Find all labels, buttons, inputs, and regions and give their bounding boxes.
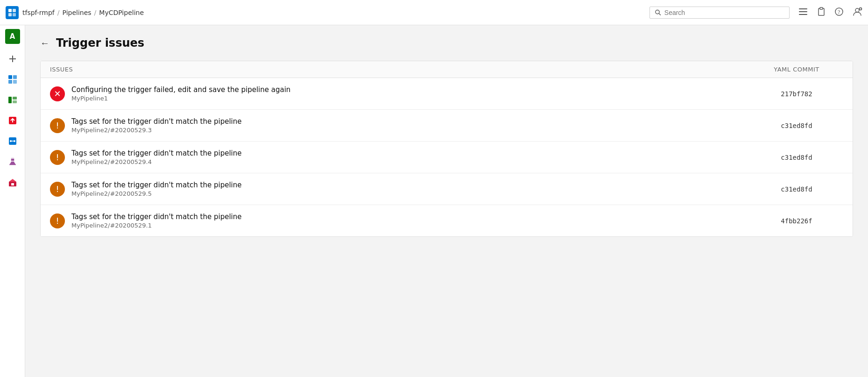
row-title: Tags set for the trigger didn't match th… <box>71 117 750 126</box>
row-commit: c31ed8fd <box>750 122 843 129</box>
table-row[interactable]: ! Tags set for the trigger didn't match … <box>41 205 853 236</box>
issues-table: Issues YAML Commit ✕ Configuring the tri… <box>40 61 853 237</box>
breadcrumb-sep2: / <box>94 9 97 16</box>
breadcrumb-pipeline[interactable]: MyCDPipeline <box>99 9 144 16</box>
breadcrumb-org[interactable]: tfspf-rmpf <box>22 9 55 16</box>
col-issues-label: Issues <box>50 66 750 73</box>
app-logo[interactable] <box>6 6 19 19</box>
row-title: Configuring the trigger failed, edit and… <box>71 85 750 94</box>
row-subtitle: MyPipeline1 <box>71 95 750 102</box>
svg-point-4 <box>656 10 659 14</box>
table-row[interactable]: ! Tags set for the trigger didn't match … <box>41 142 853 173</box>
row-subtitle: MyPipeline2/#20200529.4 <box>71 158 750 165</box>
back-button[interactable]: ← <box>40 38 49 49</box>
help-icon[interactable]: ? <box>834 7 844 18</box>
table-row[interactable]: ! Tags set for the trigger didn't match … <box>41 110 853 142</box>
row-commit: 217bf782 <box>750 90 843 98</box>
page-title: Trigger issues <box>56 36 144 50</box>
topbar-icons: ? <box>799 7 862 19</box>
svg-line-5 <box>659 13 661 15</box>
table-row[interactable]: ✕ Configuring the trigger failed, edit a… <box>41 78 853 110</box>
svg-rect-10 <box>820 7 823 9</box>
col-yaml-label: YAML Commit <box>750 66 843 73</box>
svg-rect-22 <box>13 75 17 79</box>
row-title: Tags set for the trigger didn't match th… <box>71 181 750 189</box>
sidebar-item-pipelines[interactable] <box>3 132 22 150</box>
user-avatar[interactable]: A <box>5 29 20 44</box>
svg-point-13 <box>855 8 859 12</box>
row-subtitle: MyPipeline2/#20200529.5 <box>71 190 750 197</box>
table-row[interactable]: ! Tags set for the trigger didn't match … <box>41 173 853 205</box>
row-content: Configuring the trigger failed, edit and… <box>71 85 750 102</box>
svg-rect-3 <box>13 13 16 16</box>
svg-rect-8 <box>799 14 807 15</box>
table-header: Issues YAML Commit <box>41 61 853 78</box>
sidebar-item-dashboard[interactable] <box>3 70 22 89</box>
search-box[interactable] <box>649 7 790 19</box>
svg-rect-25 <box>8 97 12 103</box>
content-area: ← Trigger issues Issues YAML Commit ✕ Co… <box>25 25 868 377</box>
list-icon[interactable] <box>799 7 808 18</box>
svg-text:?: ? <box>838 9 840 15</box>
warning-icon: ! <box>50 213 65 228</box>
row-content: Tags set for the trigger didn't match th… <box>71 213 750 229</box>
svg-rect-6 <box>799 8 807 9</box>
svg-point-30 <box>10 140 12 142</box>
sidebar-item-add[interactable] <box>3 50 22 68</box>
error-icon: ✕ <box>50 86 65 101</box>
row-commit: c31ed8fd <box>750 154 843 161</box>
breadcrumb-sep1: / <box>57 9 60 16</box>
svg-point-31 <box>14 140 15 142</box>
svg-rect-2 <box>8 13 12 16</box>
svg-rect-27 <box>13 100 17 103</box>
sidebar-item-boards[interactable] <box>3 91 22 109</box>
breadcrumb: tfspf-rmpf / Pipelines / MyCDPipeline <box>22 9 144 16</box>
sidebar-item-artifacts[interactable] <box>3 173 22 192</box>
topbar: tfspf-rmpf / Pipelines / MyCDPipeline ? <box>0 0 868 25</box>
sidebar: A <box>0 25 25 377</box>
warning-icon: ! <box>50 150 65 165</box>
row-title: Tags set for the trigger didn't match th… <box>71 149 750 157</box>
row-content: Tags set for the trigger didn't match th… <box>71 149 750 165</box>
warning-icon: ! <box>50 182 65 197</box>
svg-rect-7 <box>799 11 807 12</box>
sidebar-item-repos[interactable] <box>3 111 22 130</box>
row-title: Tags set for the trigger didn't match th… <box>71 213 750 221</box>
user-settings-icon[interactable] <box>852 7 862 19</box>
clipboard-icon[interactable] <box>817 7 826 18</box>
row-content: Tags set for the trigger didn't match th… <box>71 181 750 197</box>
warning-icon: ! <box>50 118 65 133</box>
svg-rect-24 <box>13 80 17 84</box>
svg-rect-34 <box>11 158 14 159</box>
page-header: ← Trigger issues <box>40 36 853 50</box>
svg-rect-0 <box>8 9 12 12</box>
search-icon <box>655 9 662 16</box>
svg-rect-23 <box>8 80 12 84</box>
svg-rect-1 <box>13 9 16 12</box>
svg-rect-36 <box>11 183 14 185</box>
row-commit: 4fbb226f <box>750 217 843 225</box>
svg-rect-21 <box>8 75 12 79</box>
row-subtitle: MyPipeline2/#20200529.3 <box>71 127 750 134</box>
row-commit: c31ed8fd <box>750 185 843 193</box>
search-input[interactable] <box>664 9 784 16</box>
row-subtitle: MyPipeline2/#20200529.1 <box>71 222 750 229</box>
row-content: Tags set for the trigger didn't match th… <box>71 117 750 134</box>
sidebar-item-test[interactable] <box>3 152 22 171</box>
breadcrumb-pipelines[interactable]: Pipelines <box>63 9 92 16</box>
main-layout: A <box>0 25 868 377</box>
svg-rect-26 <box>13 97 17 100</box>
